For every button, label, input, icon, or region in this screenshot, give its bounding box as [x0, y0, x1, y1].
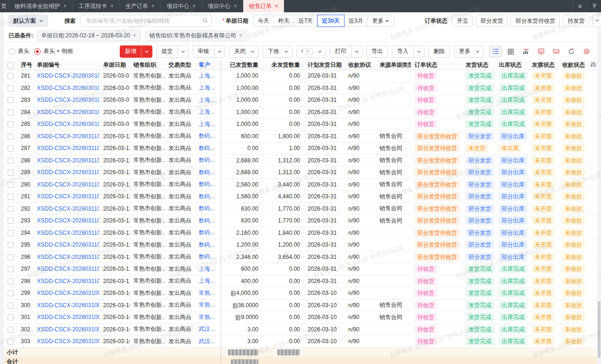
tab-close-icon[interactable]: × — [63, 3, 67, 9]
doc-number-link[interactable]: XSDD-CSCX-202603110143 — [37, 230, 99, 236]
date-range-0[interactable]: 今天 — [253, 15, 274, 27]
column-settings-icon[interactable] — [589, 62, 597, 69]
chevron-down-icon[interactable] — [414, 49, 424, 54]
table-row[interactable]: 286XSDD-CSCX-2026031101442026-03-11常熟市创新… — [4, 131, 597, 143]
checkbox[interactable] — [8, 62, 14, 69]
doc-number-link[interactable]: XSDD-CSCX-202603110144 — [37, 145, 99, 151]
tab-partial[interactable]: 页 — [0, 0, 9, 12]
doc-number-link[interactable]: XSDD-CSCX-202603100137 — [37, 338, 99, 345]
tab-4[interactable]: 项目中心× — [202, 0, 243, 12]
customer-link[interactable]: 数码... — [199, 253, 215, 260]
tab-close-icon[interactable]: × — [151, 3, 155, 9]
date-range-5[interactable]: 更多 — [367, 15, 394, 27]
table-row[interactable]: 292XSDD-CSCX-2026031101442026-03-11常熟市创新… — [4, 203, 597, 215]
table-row[interactable]: 299XSDD-CSCX-2026031001402026-03-10常熟市创新… — [4, 287, 597, 300]
action-button-2[interactable]: 审核 — [193, 45, 225, 58]
doc-number-link[interactable]: XSDD-CSCX-202603110144 — [37, 157, 99, 164]
row-checkbox[interactable] — [8, 169, 14, 176]
date-range-3[interactable]: 近30天 — [317, 15, 344, 27]
row-checkbox[interactable] — [8, 302, 14, 309]
row-checkbox[interactable] — [8, 158, 14, 164]
row-checkbox[interactable] — [8, 97, 14, 103]
scheme-selector[interactable]: 默认方案 — [9, 15, 48, 27]
refresh-icon[interactable] — [565, 46, 577, 57]
date-range-4[interactable]: 近3月 — [344, 15, 368, 27]
date-range-2[interactable]: 近7天 — [294, 15, 318, 27]
row-checkbox[interactable] — [8, 73, 14, 79]
table-row[interactable]: 296XSDD-CSCX-2026031101432026-03-11常熟市创新… — [4, 251, 597, 264]
customer-link[interactable]: 上海... — [199, 277, 215, 284]
select-all-checkbox[interactable] — [4, 62, 17, 68]
table-row[interactable]: 289XSDD-CSCX-2026031101442026-03-11常熟市创新… — [4, 167, 597, 179]
action-button-8[interactable]: 导入 — [392, 45, 424, 58]
table-row[interactable]: 283XSDD-CSCX-2026030101452026-03-01常熟市创新… — [4, 94, 597, 107]
row-checkbox[interactable] — [8, 314, 14, 320]
doc-number-link[interactable]: XSDD-CSCX-202603100137 — [37, 326, 99, 333]
chevron-down-icon[interactable] — [214, 49, 225, 54]
doc-number-link[interactable]: XSDD-CSCX-202603010145 — [37, 121, 99, 127]
customer-link[interactable]: 上海... — [199, 108, 215, 115]
customer-link[interactable]: 数码... — [199, 241, 215, 248]
row-checkbox[interactable] — [8, 194, 14, 200]
ui-designer-icon[interactable]: UI — [535, 46, 547, 57]
table-row[interactable]: 297XSDD-CSCX-2026031101422026-03-11常熟市创新… — [4, 263, 597, 275]
customer-link[interactable]: 数码... — [199, 217, 215, 224]
customer-link[interactable]: 上海... — [199, 97, 215, 103]
date-range-1[interactable]: 昨天 — [274, 15, 294, 27]
doc-number-link[interactable]: XSDD-CSCX-202603100140 — [37, 290, 99, 296]
customer-link[interactable]: 数码... — [199, 181, 215, 187]
tab-5[interactable]: 销售订单× — [243, 0, 284, 12]
table-row[interactable]: 284XSDD-CSCX-2026030101452026-03-01常熟市创新… — [4, 107, 597, 119]
doc-number-link[interactable]: XSDD-CSCX-202603110144 — [37, 169, 99, 176]
customer-link[interactable]: 数码... — [199, 145, 215, 151]
doc-number-link[interactable]: XSDD-CSCX-202603010145 — [37, 72, 99, 79]
doc-number-link[interactable]: XSDD-CSCX-202603100138 — [37, 314, 99, 320]
view-radio-1[interactable]: 表头 + 明细 — [34, 47, 73, 55]
record-icon[interactable] — [580, 46, 592, 57]
keyboard-icon[interactable] — [550, 46, 562, 57]
table-row[interactable]: 291XSDD-CSCX-2026031101442026-03-11常熟市创新… — [4, 191, 597, 203]
tab-close-icon[interactable]: × — [193, 3, 196, 9]
table-row[interactable]: 303XSDD-CSCX-2026031001372026-03-10常熟市创新… — [4, 336, 597, 348]
doc-number-link[interactable]: XSDD-CSCX-202603110144 — [37, 217, 99, 224]
action-button-6[interactable]: 打印 — [330, 45, 362, 58]
action-button-0[interactable]: 新增 — [120, 45, 152, 58]
action-button-10[interactable]: 更多 — [454, 45, 484, 58]
card-view-icon[interactable] — [504, 46, 517, 57]
customer-link[interactable]: 数码... — [199, 205, 215, 212]
doc-number-link[interactable]: XSDD-CSCX-202603110144 — [37, 181, 99, 188]
doc-number-link[interactable]: XSDD-CSCX-202603010145 — [37, 109, 99, 115]
doc-number-link[interactable]: XSDD-CSCX-202603110144 — [37, 133, 99, 140]
row-checkbox[interactable] — [8, 327, 14, 333]
row-checkbox[interactable] — [8, 145, 14, 151]
customer-link[interactable]: 常熟... — [199, 314, 215, 320]
row-checkbox[interactable] — [8, 85, 14, 91]
row-checkbox[interactable] — [8, 254, 14, 260]
customer-link[interactable]: 上海... — [199, 84, 215, 91]
table-row[interactable]: 293XSDD-CSCX-2026031101442026-03-11常熟市创新… — [4, 215, 597, 227]
chevron-down-icon[interactable] — [141, 49, 152, 54]
collapse-filter-button[interactable] — [302, 48, 313, 54]
table-row[interactable]: 295XSDD-CSCX-2026031101432026-03-11常熟市创新… — [4, 239, 597, 251]
table-row[interactable]: 288XSDD-CSCX-2026031101442026-03-11常熟市创新… — [4, 155, 597, 167]
doc-number-link[interactable]: XSDD-CSCX-202603100139 — [37, 302, 99, 309]
list-view-icon[interactable] — [489, 46, 502, 57]
row-checkbox[interactable] — [8, 230, 14, 236]
doc-number-link[interactable]: XSDD-CSCX-202603010145 — [37, 97, 99, 103]
doc-number-link[interactable]: XSDD-CSCX-202603110143 — [37, 254, 99, 260]
tab-close-icon[interactable]: × — [275, 3, 278, 9]
customer-link[interactable]: 数码... — [199, 193, 215, 200]
chart-view-icon[interactable] — [520, 46, 532, 57]
customer-link[interactable]: 武汉... — [199, 326, 215, 332]
table-row[interactable]: 300XSDD-CSCX-2026031001392026-03-10常熟市创新… — [4, 300, 597, 312]
doc-number-link[interactable]: XSDD-CSCX-202603110142 — [37, 266, 99, 272]
order-status-option-0[interactable]: 开立 — [452, 15, 473, 27]
doc-number-link[interactable]: XSDD-CSCX-202603110142 — [37, 278, 99, 284]
scroll-top-icon[interactable] — [587, 0, 601, 12]
row-checkbox[interactable] — [8, 206, 14, 212]
tab-1[interactable]: 工序流转卡× — [73, 0, 120, 12]
customer-link[interactable]: 常熟... — [199, 290, 215, 296]
customer-link[interactable]: 数码... — [199, 133, 215, 139]
remove-tag-icon[interactable]: × — [133, 32, 136, 39]
order-status-option-2[interactable]: 部分发货待收货 — [511, 15, 560, 27]
